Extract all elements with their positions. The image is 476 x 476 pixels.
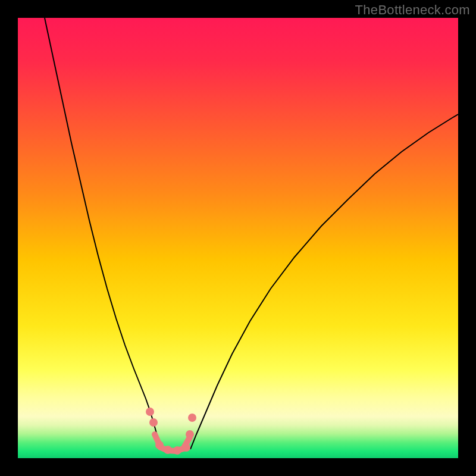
valley-dot: [149, 418, 158, 427]
valley-dot: [146, 408, 154, 416]
valley-dot: [182, 443, 190, 452]
chart-curves: [18, 18, 458, 458]
plot-area: [18, 18, 458, 458]
right-branch-curve: [190, 114, 458, 449]
valley-dots: [146, 408, 196, 455]
valley-dot: [164, 446, 172, 454]
valley-dot: [173, 446, 181, 455]
watermark-text: TheBottleneck.com: [355, 2, 470, 18]
chart-frame: TheBottleneck.com: [0, 0, 476, 476]
valley-dot: [155, 441, 164, 449]
valley-dot: [188, 414, 196, 422]
valley-dot: [186, 430, 194, 439]
left-branch-curve: [45, 18, 161, 449]
